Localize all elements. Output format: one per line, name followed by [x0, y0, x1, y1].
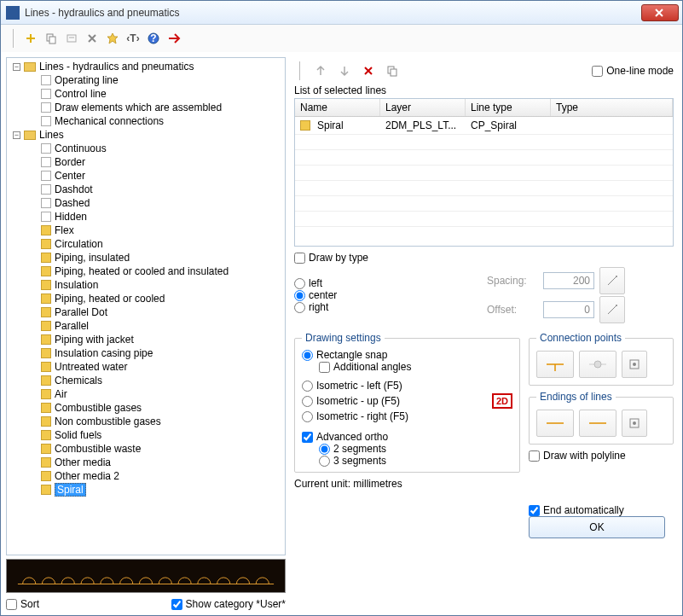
col-name[interactable]: Name	[295, 99, 380, 116]
col-layer[interactable]: Layer	[380, 99, 466, 116]
spacing-input[interactable]	[543, 272, 594, 289]
copy-sel-button[interactable]	[383, 61, 402, 80]
tree-item[interactable]: Flex	[9, 224, 283, 237]
tree-item[interactable]: Combustible waste	[9, 442, 283, 456]
tree-item[interactable]: Dashed	[9, 196, 283, 210]
tree-item[interactable]: Draw elements which are assembled	[9, 101, 283, 114]
iso-up-radio[interactable]: Isometric - up (F5)	[302, 395, 400, 407]
offset-pick-button[interactable]	[599, 296, 625, 323]
line-icon	[41, 157, 51, 167]
tree-item[interactable]: Insulation casing pipe	[9, 346, 283, 360]
tree-item[interactable]: Combustible gases	[9, 401, 283, 415]
line-icon	[41, 266, 51, 276]
line-icon	[41, 403, 51, 413]
sort-checkbox[interactable]: Sort	[6, 598, 39, 610]
tree-item[interactable]: Dashdot	[9, 183, 283, 196]
advanced-ortho-checkbox[interactable]: Advanced ortho	[302, 431, 512, 443]
col-linetype[interactable]: Line type	[466, 99, 551, 116]
tree-item[interactable]: Circulation	[9, 237, 283, 251]
iso-left-radio[interactable]: Isometric - left (F5)	[302, 380, 512, 392]
text-button[interactable]: ‹T›	[124, 29, 142, 48]
tree-item[interactable]: Piping with jacket	[9, 333, 283, 346]
delete-button[interactable]	[83, 29, 101, 48]
list-row[interactable]: Spiral 2DM_PLS_LT... CP_Spiral	[295, 117, 673, 135]
ending-b-button[interactable]	[579, 410, 616, 437]
col-type[interactable]: Type	[551, 99, 673, 116]
tree-item[interactable]: Air	[9, 387, 283, 401]
help-button[interactable]: ?	[144, 29, 163, 48]
tree-item[interactable]: Piping, heated or cooled and insulated	[9, 264, 283, 278]
show-category-checkbox[interactable]: Show category *User*	[171, 598, 286, 610]
tree-folder[interactable]: −Lines	[9, 128, 283, 142]
tree-item[interactable]: Spiral	[9, 483, 283, 497]
tree-item[interactable]: Piping, heated or cooled	[9, 292, 283, 305]
selected-lines-list[interactable]: Name Layer Line type Type Spiral 2DM_PLS…	[294, 98, 674, 247]
spacing-pick-button[interactable]	[599, 267, 625, 294]
tree-item[interactable]: Solid fuels	[9, 428, 283, 442]
line-icon	[41, 321, 51, 331]
close-button[interactable]	[641, 4, 679, 21]
tree-item[interactable]: Operating line	[9, 73, 283, 87]
seg3-radio[interactable]: 3 segments	[319, 455, 512, 467]
end-auto-checkbox[interactable]: End automatically	[529, 504, 674, 516]
add-button[interactable]	[21, 29, 40, 48]
list-label: List of selected lines	[294, 84, 674, 96]
ok-button[interactable]: OK	[529, 516, 665, 538]
line-icon	[41, 307, 51, 317]
remove-button[interactable]	[359, 61, 378, 80]
move-up-button[interactable]	[311, 61, 330, 80]
align-center-radio[interactable]: center	[294, 289, 482, 301]
seg2-radio[interactable]: 2 segments	[319, 443, 512, 455]
move-down-button[interactable]	[335, 61, 354, 80]
tree-item[interactable]: Control line	[9, 87, 283, 101]
copy-button[interactable]	[42, 29, 61, 48]
conn-settings-button[interactable]	[622, 351, 647, 378]
conn-node-button[interactable]	[579, 351, 616, 378]
additional-angles-checkbox[interactable]: Additional angles	[319, 361, 512, 373]
iso-right-radio[interactable]: Isometric - right (F5)	[302, 410, 512, 422]
ending-a-button[interactable]	[536, 410, 574, 437]
line-icon	[41, 184, 51, 195]
tree-item[interactable]: Hidden	[9, 210, 283, 224]
tree-item[interactable]: Parallel Dot	[9, 305, 283, 319]
tree-folder[interactable]: −Lines - hydraulics and pneumatics	[9, 60, 283, 73]
line-icon	[41, 444, 51, 454]
draw-by-type-checkbox[interactable]: Draw by type	[294, 252, 674, 264]
tree-item[interactable]: Center	[9, 169, 283, 183]
tree-item[interactable]: Piping, insulated	[9, 251, 283, 264]
close-icon	[655, 9, 665, 17]
tree-item[interactable]: Border	[9, 155, 283, 169]
rect-snap-radio[interactable]: Rectangle snap	[302, 349, 512, 361]
tree-item[interactable]: Parallel	[9, 319, 283, 333]
tree-item[interactable]: Other media	[9, 456, 283, 469]
align-right-radio[interactable]: right	[294, 301, 482, 313]
line-icon	[41, 143, 51, 154]
tree-item[interactable]: Chemicals	[9, 374, 283, 387]
apply-button[interactable]	[165, 29, 183, 48]
line-icon	[41, 239, 51, 249]
svg-point-17	[633, 363, 636, 366]
tree-item[interactable]: Continuous	[9, 142, 283, 155]
svg-rect-9	[391, 69, 396, 76]
ending-settings-button[interactable]	[622, 410, 647, 437]
properties-button[interactable]	[62, 29, 81, 48]
draw-polyline-checkbox[interactable]: Draw with polyline	[529, 450, 674, 462]
titlebar: Lines - hydraulics and pneumatics	[1, 1, 682, 25]
svg-point-11	[616, 305, 617, 306]
tree-item[interactable]: Non combustible gases	[9, 415, 283, 428]
tree-item[interactable]: Mechanical connections	[9, 114, 283, 128]
offset-input[interactable]	[543, 301, 594, 318]
tree-item[interactable]: Insulation	[9, 278, 283, 292]
main-toolbar: ‹T› ?	[1, 25, 682, 52]
conn-tee-button[interactable]	[536, 351, 574, 378]
line-icon	[41, 485, 51, 495]
tree-item[interactable]: Untreated water	[9, 360, 283, 374]
line-icon	[41, 212, 51, 222]
lines-tree[interactable]: −Lines - hydraulics and pneumaticsOperat…	[6, 57, 286, 555]
oneline-mode-checkbox[interactable]: One-line mode	[592, 65, 674, 77]
tree-item[interactable]: Other media 2	[9, 469, 283, 483]
window-title: Lines - hydraulics and pneumatics	[25, 7, 641, 19]
favorite-button[interactable]	[103, 29, 122, 48]
align-left-radio[interactable]: left	[294, 277, 482, 289]
svg-rect-2	[67, 35, 76, 42]
